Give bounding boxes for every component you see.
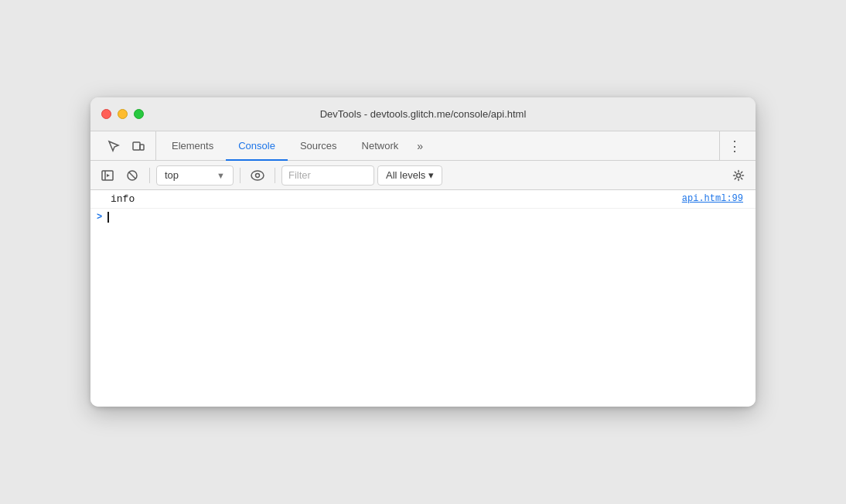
console-prompt-icon: > — [97, 212, 102, 223]
tabs-spacer — [429, 131, 719, 160]
context-selector[interactable]: top ▼ — [156, 165, 234, 186]
console-input-line[interactable]: > — [90, 209, 756, 226]
title-bar: DevTools - devtools.glitch.me/console/ap… — [90, 97, 756, 131]
toolbar-divider-2 — [240, 168, 240, 183]
console-cursor-line — [107, 212, 109, 223]
live-expressions-button[interactable] — [247, 165, 268, 186]
inspect-element-button[interactable] — [103, 135, 125, 157]
filter-input[interactable] — [281, 165, 374, 186]
tabs-left-icons — [97, 131, 156, 160]
console-toolbar: top ▼ All levels ▾ — [90, 161, 756, 190]
log-level-selector[interactable]: All levels ▾ — [377, 165, 442, 186]
tab-sources[interactable]: Sources — [288, 131, 350, 161]
minimize-button[interactable] — [118, 109, 128, 119]
toolbar-divider — [149, 168, 150, 183]
svg-point-9 — [737, 173, 741, 177]
console-panel: info api.html:99 > — [90, 190, 756, 407]
maximize-button[interactable] — [134, 109, 144, 119]
svg-point-8 — [256, 173, 260, 177]
svg-rect-0 — [133, 142, 140, 150]
toolbar-divider-3 — [275, 168, 275, 183]
sidebar-toggle-button[interactable] — [97, 165, 118, 186]
console-entry-info: info api.html:99 — [90, 190, 756, 209]
svg-point-7 — [251, 171, 264, 180]
window-title: DevTools - devtools.glitch.me/console/ap… — [320, 108, 527, 120]
console-entry-text: info — [97, 193, 682, 205]
more-tabs-button[interactable]: » — [411, 131, 429, 160]
console-entry-source[interactable]: api.html:99 — [682, 193, 749, 204]
close-button[interactable] — [101, 109, 111, 119]
svg-marker-4 — [107, 174, 110, 177]
console-output: info api.html:99 > — [90, 190, 756, 407]
devtools-window: DevTools - devtools.glitch.me/console/ap… — [90, 97, 756, 407]
console-settings-button[interactable] — [728, 165, 749, 186]
device-toolbar-button[interactable] — [128, 135, 149, 157]
tabs-bar: Elements Console Sources Network » ⋮ — [90, 131, 756, 161]
tab-elements[interactable]: Elements — [159, 131, 226, 161]
svg-rect-1 — [140, 145, 144, 150]
console-cursor — [107, 212, 109, 223]
traffic-lights — [101, 109, 144, 119]
tab-network[interactable]: Network — [350, 131, 411, 161]
clear-console-button[interactable] — [121, 165, 143, 186]
svg-line-6 — [129, 172, 135, 179]
tab-console[interactable]: Console — [226, 131, 288, 161]
devtools-menu-button[interactable]: ⋮ — [719, 131, 749, 160]
